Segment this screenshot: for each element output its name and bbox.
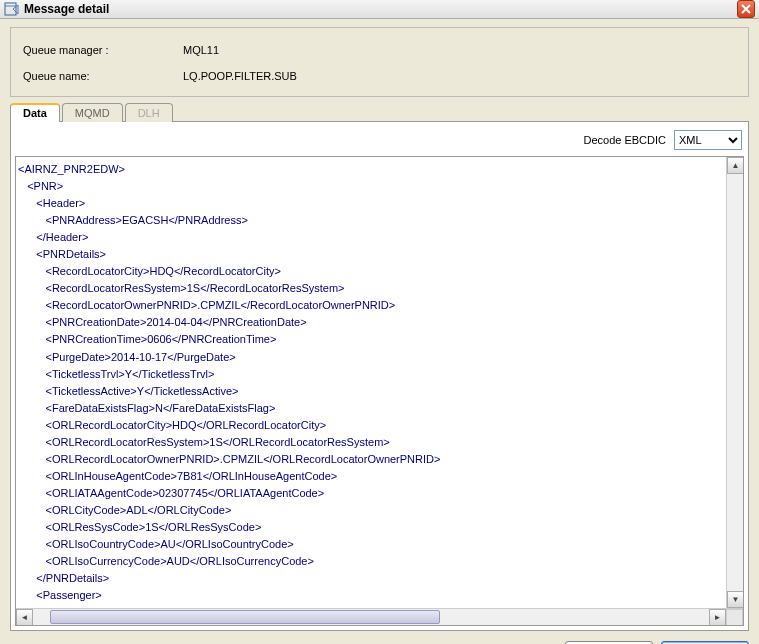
message-detail-window: Message detail Queue manager : MQL11 Que… [0,0,759,644]
decode-row: Decode EBCDIC XML [15,126,744,156]
queue-manager-row: Queue manager : MQL11 [23,44,736,56]
content-area: Queue manager : MQL11 Queue name: LQ.POO… [0,19,759,635]
scroll-corner [726,609,743,626]
vertical-scrollbar[interactable]: ▲ ▼ [726,157,743,608]
queue-name-label: Queue name: [23,70,183,82]
decode-ebcdic-label[interactable]: Decode EBCDIC [583,134,666,146]
scroll-up-button[interactable]: ▲ [727,157,744,174]
tab-dlh: DLH [125,103,173,122]
queue-manager-label: Queue manager : [23,44,183,56]
xml-viewer: <AIRNZ_PNR2EDW> <PNR> <Header> <PNRAddre… [15,156,744,626]
horizontal-scrollbar[interactable]: ◄ ► [16,608,743,625]
info-panel: Queue manager : MQL11 Queue name: LQ.POO… [10,27,749,97]
tab-data[interactable]: Data [10,103,60,122]
tab-panel-data: Decode EBCDIC XML <AIRNZ_PNR2EDW> <PNR> … [10,121,749,631]
window-icon [4,1,20,17]
scroll-right-button[interactable]: ► [709,609,726,626]
tabs: Data MQMD DLH [10,103,749,122]
close-icon[interactable] [737,0,755,18]
scroll-left-button[interactable]: ◄ [16,609,33,626]
queue-manager-value: MQL11 [183,44,219,56]
queue-name-value: LQ.POOP.FILTER.SUB [183,70,297,82]
queue-name-row: Queue name: LQ.POOP.FILTER.SUB [23,70,736,82]
xml-content[interactable]: <AIRNZ_PNR2EDW> <PNR> <Header> <PNRAddre… [16,157,743,608]
footer: Keep position Update Close [0,635,759,644]
titlebar: Message detail [0,0,759,19]
hscroll-track[interactable] [33,609,743,625]
window-title: Message detail [24,2,737,16]
scroll-down-button[interactable]: ▼ [727,591,744,608]
format-select[interactable]: XML [674,130,742,150]
tab-mqmd[interactable]: MQMD [62,103,123,122]
hscroll-thumb[interactable] [50,610,440,624]
svg-rect-0 [5,3,16,15]
